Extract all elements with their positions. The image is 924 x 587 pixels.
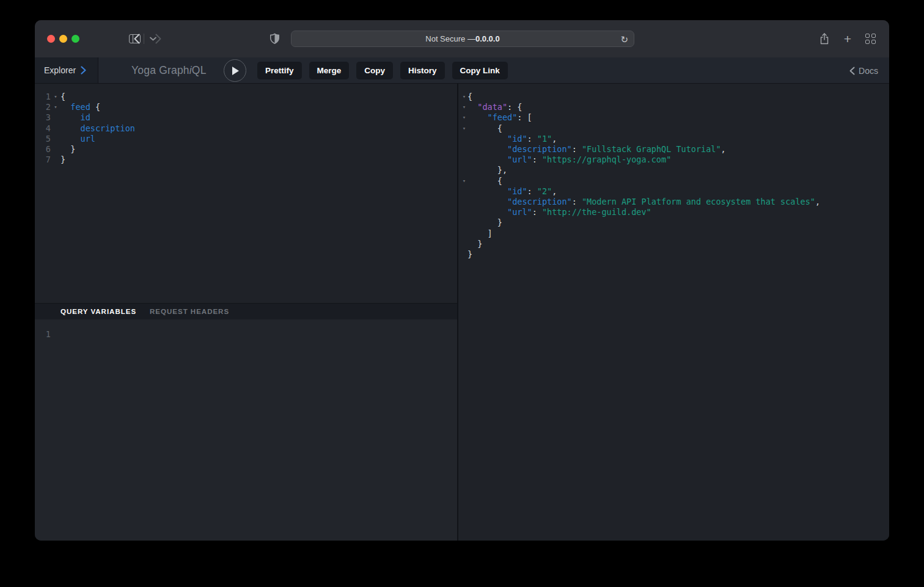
code-text: }: [468, 249, 472, 260]
tab-overview-icon[interactable]: [864, 20, 877, 57]
fold-arrow-icon[interactable]: ▾: [461, 102, 468, 112]
tab-request-headers[interactable]: REQUEST HEADERS: [150, 308, 229, 315]
line-number: 7: [42, 155, 51, 165]
explorer-label: Explorer: [44, 65, 76, 75]
minimize-window-button[interactable]: [59, 35, 67, 43]
code-line: }: [458, 217, 889, 228]
tab-query-variables[interactable]: QUERY VARIABLES: [61, 308, 136, 315]
code-text: "feed": [: [468, 112, 532, 123]
plus-glyph: +: [844, 32, 851, 46]
code-line: "description": "Modern API Platform and …: [458, 197, 889, 207]
zoom-window-button[interactable]: [72, 35, 79, 43]
merge-button[interactable]: Merge: [309, 62, 350, 79]
url-security-label: Not Secure —: [425, 34, 475, 43]
back-icon[interactable]: [133, 20, 141, 57]
code-line: "url": "http://the-guild.dev": [458, 207, 889, 217]
toolbar-separator: [144, 34, 144, 44]
fold-gutter: [461, 249, 468, 260]
graphiql-toolbar: Explorer Yoga GraphiQL Prettify Merge Co…: [35, 57, 889, 84]
code-text: }: [468, 239, 482, 249]
code-text: {: [468, 92, 472, 102]
fold-gutter: [51, 329, 61, 340]
copy-link-button[interactable]: Copy Link: [452, 62, 508, 79]
fold-arrow-icon[interactable]: ▾: [461, 176, 468, 186]
line-number: 5: [42, 134, 51, 144]
fold-gutter: [461, 228, 468, 239]
variables-editor[interactable]: 1: [35, 319, 457, 541]
explorer-toggle[interactable]: Explorer: [35, 57, 98, 83]
code-text: "data": {: [468, 102, 522, 112]
code-line: }: [458, 249, 889, 260]
code-text: "id": "2",: [468, 186, 557, 197]
forward-icon[interactable]: [154, 20, 163, 57]
fold-arrow-icon[interactable]: ▾: [461, 123, 468, 134]
code-line: 1▾{: [35, 92, 457, 102]
main-area: 1▾{2▾ feed {3 id4 description5 url6 }7} …: [35, 84, 889, 541]
new-tab-icon[interactable]: +: [842, 20, 854, 57]
left-pane: 1▾{2▾ feed {3 id4 description5 url6 }7} …: [35, 84, 457, 541]
traffic-lights: [47, 35, 79, 43]
fold-arrow-icon[interactable]: ▾: [51, 102, 61, 112]
yoga-graphiql-logo: Yoga GraphiQL: [131, 57, 207, 84]
execute-query-button[interactable]: [224, 59, 246, 82]
code-line: ▾ {: [458, 176, 889, 186]
logo-prefix: Yoga Graph: [131, 64, 189, 77]
fold-gutter: [461, 217, 468, 228]
code-text: "id": "1",: [468, 134, 557, 144]
code-line: ▾ "data": {: [458, 102, 889, 112]
grid-glyph: [865, 34, 876, 44]
address-bar[interactable]: Not Secure — 0.0.0.0 ↻: [291, 31, 634, 47]
result-viewer: ▾{▾ "data": {▾ "feed": [▾ { "id": "1", "…: [458, 84, 889, 260]
close-window-button[interactable]: [47, 35, 55, 43]
fold-gutter: [51, 155, 61, 165]
url-host: 0.0.0.0: [475, 34, 500, 43]
code-line: "id": "2",: [458, 186, 889, 197]
code-text: },: [468, 165, 507, 175]
query-editor[interactable]: 1▾{2▾ feed {3 id4 description5 url6 }7}: [35, 84, 457, 303]
toolbar-buttons: Prettify Merge Copy History Copy Link: [257, 62, 508, 79]
code-text: }: [61, 155, 65, 165]
code-line: ▾ {: [458, 123, 889, 134]
fold-arrow-icon[interactable]: ▾: [461, 112, 468, 123]
code-line: 2▾ feed {: [35, 102, 457, 112]
code-text: {: [468, 123, 502, 134]
history-button[interactable]: History: [400, 62, 445, 79]
line-number: 4: [42, 123, 51, 134]
fold-gutter: [461, 144, 468, 155]
share-icon[interactable]: [818, 20, 831, 57]
docs-chevron-icon: [849, 67, 855, 75]
shield-icon[interactable]: [269, 20, 280, 57]
line-number: 1: [42, 92, 51, 102]
code-line: ▾ "feed": [: [458, 112, 889, 123]
code-text: id: [61, 112, 90, 123]
fold-arrow-icon[interactable]: ▾: [51, 92, 61, 102]
code-line: 7}: [35, 155, 457, 165]
code-line: 4 description: [35, 123, 457, 134]
code-line: },: [458, 165, 889, 175]
code-line: }: [458, 239, 889, 249]
code-text: }: [61, 144, 75, 155]
line-number: 1: [42, 329, 51, 340]
fold-gutter: [461, 155, 468, 165]
reload-icon[interactable]: ↻: [620, 34, 628, 43]
code-text: {: [61, 92, 65, 102]
code-text: "description": "Modern API Platform and …: [468, 197, 820, 207]
docs-button[interactable]: Docs: [849, 57, 878, 84]
code-line: 5 url: [35, 134, 457, 144]
fold-gutter: [461, 165, 468, 175]
docs-label: Docs: [859, 66, 878, 76]
fold-arrow-icon[interactable]: ▾: [461, 92, 468, 102]
copy-button[interactable]: Copy: [356, 62, 393, 79]
code-line: ]: [458, 228, 889, 239]
right-pane: ▾{▾ "data": {▾ "feed": [▾ { "id": "1", "…: [458, 84, 889, 541]
code-line: 1: [35, 329, 457, 340]
browser-window: Not Secure — 0.0.0.0 ↻ + Explorer Yoga G…: [35, 20, 889, 541]
code-line: "id": "1",: [458, 134, 889, 144]
line-number: 3: [42, 112, 51, 123]
code-text: {: [468, 176, 502, 186]
code-line: 6 }: [35, 144, 457, 155]
code-text: feed {: [61, 102, 100, 112]
logo-suffix: QL: [192, 64, 207, 77]
prettify-button[interactable]: Prettify: [257, 62, 302, 79]
fold-gutter: [461, 239, 468, 249]
